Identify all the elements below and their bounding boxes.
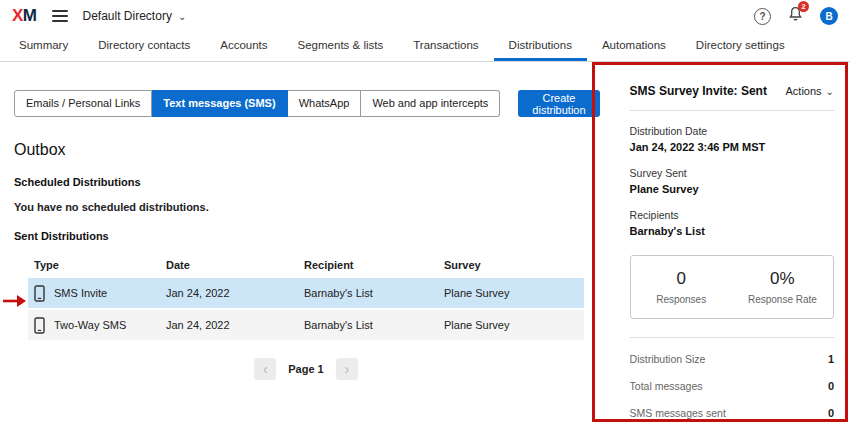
mobile-phone-icon [34, 317, 45, 334]
field-label: Distribution Date [630, 125, 834, 137]
table-row[interactable]: Two-Way SMS Jan 24, 2022 Barnaby's List … [28, 310, 584, 340]
responses-stat: 0 Responses [631, 269, 732, 305]
cell-type: Two-Way SMS [54, 319, 126, 331]
pagination: ‹ Page 1 › [28, 358, 584, 380]
panel-title: SMS Survey Invite: Sent [630, 84, 767, 98]
xm-logo-x: X [12, 6, 23, 25]
chevron-down-icon: ⌄ [178, 11, 186, 22]
tab-accounts[interactable]: Accounts [205, 32, 282, 61]
metric-value: 0 [828, 407, 834, 419]
field-value: Barnaby's List [630, 225, 834, 237]
actions-dropdown-label: Actions [786, 85, 822, 97]
outbox-title: Outbox [14, 141, 600, 159]
segment-text-messages-sms[interactable]: Text messages (SMS) [152, 90, 287, 117]
channel-toolbar: Emails / Personal Links Text messages (S… [14, 90, 600, 117]
field-label: Survey Sent [630, 167, 834, 179]
app-root: XM Default Directory ⌄ ? 2 B Summary Dir… [0, 0, 850, 425]
tab-directory-settings[interactable]: Directory settings [681, 32, 800, 61]
response-rate-stat: 0% Response Rate [732, 269, 833, 305]
metric-label: SMS messages sent [630, 407, 726, 419]
metric-value: 0 [828, 380, 834, 392]
segment-web-app-intercepts[interactable]: Web and app intercepts [361, 90, 500, 117]
field-value: Plane Survey [630, 183, 834, 195]
scheduled-empty-message: You have no scheduled distributions. [14, 201, 600, 213]
page-label: Page 1 [288, 363, 323, 375]
channel-segments: Emails / Personal Links Text messages (S… [14, 90, 500, 117]
stat-label: Response Rate [732, 294, 833, 305]
response-stats-box: 0 Responses 0% Response Rate [630, 255, 834, 319]
main-area: Emails / Personal Links Text messages (S… [0, 62, 614, 425]
help-icon[interactable]: ? [754, 8, 771, 25]
metric-value: 1 [828, 353, 834, 365]
content: Emails / Personal Links Text messages (S… [0, 62, 850, 425]
divider [630, 110, 834, 111]
nav-tabs: Summary Directory contacts Accounts Segm… [0, 32, 850, 62]
segment-emails-personal-links[interactable]: Emails / Personal Links [14, 90, 152, 117]
cell-recipient: Barnaby's List [304, 319, 444, 331]
cell-survey: Plane Survey [444, 287, 584, 299]
top-bar: XM Default Directory ⌄ ? 2 B [0, 0, 850, 32]
metric-row: Total messages 0 [630, 380, 834, 392]
tab-automations[interactable]: Automations [587, 32, 681, 61]
cell-recipient: Barnaby's List [304, 287, 444, 299]
col-header-survey: Survey [444, 259, 584, 271]
directory-dropdown-label: Default Directory [83, 9, 172, 23]
sent-distributions-table: Type Date Recipient Survey SMS Invite Ja… [28, 252, 584, 340]
directory-dropdown[interactable]: Default Directory ⌄ [83, 9, 187, 23]
chevron-down-icon: ⌄ [826, 86, 834, 97]
stat-value: 0% [732, 269, 833, 289]
notifications-button[interactable]: 2 [788, 6, 803, 26]
metric-label: Distribution Size [630, 353, 706, 365]
create-distribution-button[interactable]: Create distribution [518, 90, 599, 117]
tab-summary[interactable]: Summary [4, 32, 83, 61]
xm-logo-m: M [23, 6, 37, 25]
hamburger-menu-icon[interactable] [52, 10, 68, 22]
col-header-date: Date [166, 259, 304, 271]
cell-type: SMS Invite [54, 287, 107, 299]
cell-date: Jan 24, 2022 [166, 287, 304, 299]
col-header-recipient: Recipient [304, 259, 444, 271]
actions-dropdown[interactable]: Actions ⌄ [786, 85, 834, 97]
metric-row: SMS messages sent 0 [630, 407, 834, 419]
sent-distributions-heading: Sent Distributions [14, 230, 600, 242]
table-row[interactable]: SMS Invite Jan 24, 2022 Barnaby's List P… [28, 278, 584, 308]
page-prev-button[interactable]: ‹ [254, 358, 276, 380]
cell-survey: Plane Survey [444, 319, 584, 331]
metric-row: Distribution Size 1 [630, 353, 834, 365]
stat-label: Responses [631, 294, 732, 305]
divider [630, 337, 834, 338]
page-next-button[interactable]: › [336, 358, 358, 380]
avatar[interactable]: B [820, 7, 838, 25]
metric-label: Total messages [630, 380, 703, 392]
xm-logo: XM [12, 6, 37, 26]
distribution-detail-panel: SMS Survey Invite: Sent Actions ⌄ Distri… [614, 62, 850, 425]
stat-value: 0 [631, 269, 732, 289]
tab-transactions[interactable]: Transactions [398, 32, 493, 61]
top-bar-right: ? 2 B [754, 6, 838, 26]
tab-distributions[interactable]: Distributions [494, 32, 587, 61]
field-value: Jan 24, 2022 3:46 PM MST [630, 141, 834, 153]
tab-directory-contacts[interactable]: Directory contacts [83, 32, 205, 61]
col-header-type: Type [28, 259, 166, 271]
scheduled-distributions-heading: Scheduled Distributions [14, 176, 600, 188]
segment-whatsapp[interactable]: WhatsApp [288, 90, 362, 117]
mobile-phone-icon [34, 285, 45, 302]
notification-badge: 2 [798, 1, 809, 12]
table-header-row: Type Date Recipient Survey [28, 252, 584, 278]
tab-segments-lists[interactable]: Segments & lists [283, 32, 399, 61]
cell-date: Jan 24, 2022 [166, 319, 304, 331]
field-label: Recipients [630, 209, 834, 221]
